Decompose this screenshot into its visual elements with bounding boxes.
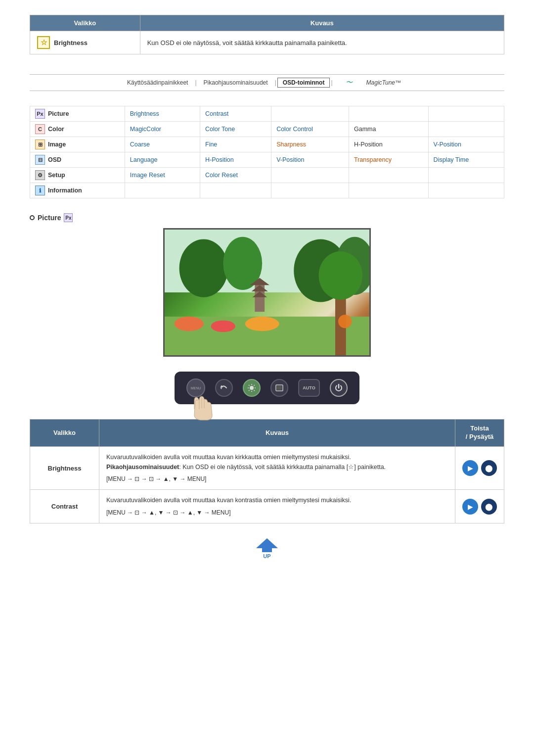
sub-brightness[interactable]: Brightness: [125, 106, 200, 122]
menu-item-picture[interactable]: Px Picture: [30, 106, 125, 122]
menu-item-information[interactable]: ℹ Information: [30, 183, 125, 198]
svg-point-10: [175, 317, 204, 331]
sub-fine[interactable]: Fine: [200, 137, 271, 152]
svg-point-1: [179, 239, 228, 297]
nav-bar: Käyttösäädinpainikkeet | Pikaohjausomina…: [30, 74, 504, 91]
osd-icon: ⊟: [35, 155, 45, 165]
stop-button-2[interactable]: ⬤: [481, 499, 497, 515]
sub-displaytime[interactable]: Display Time: [428, 152, 504, 168]
table-row: Px Picture Brightness Contrast: [30, 106, 504, 122]
setup-label: Setup: [48, 172, 65, 179]
picture-icon: Px: [35, 109, 45, 119]
sub-vposition[interactable]: V-Position: [428, 137, 504, 152]
table-row: Contrast Kuvaruutuvalikoiden avulla voit…: [30, 490, 504, 523]
svg-point-14: [318, 251, 362, 300]
picture-title: Picture Px: [30, 213, 504, 222]
svg-point-12: [245, 317, 279, 331]
color-label: Color: [48, 126, 64, 133]
top-simple-table: Valikko Kuvaus ☆ Brightness Kun OSD ei o…: [30, 15, 504, 54]
hand-pointer-icon: [190, 390, 218, 424]
menu-item-osd[interactable]: ⊟ OSD: [30, 152, 125, 168]
brand-label: MagicTune™: [360, 79, 407, 86]
table-row: ⚙ Setup Image Reset Color Reset: [30, 168, 504, 183]
sub-language[interactable]: Language: [125, 152, 200, 168]
stop-button[interactable]: ⬤: [481, 460, 497, 476]
menu-item-setup[interactable]: ⚙ Setup: [30, 168, 125, 183]
nav-sep2: |: [274, 79, 277, 86]
sub-hposition[interactable]: H-Position: [349, 137, 428, 152]
nav-item-pikaohjaus[interactable]: Pikaohjausominaisuudet: [198, 79, 274, 86]
up-label: UP: [263, 553, 270, 559]
sub-imagereset[interactable]: Image Reset: [125, 168, 200, 183]
brightness-button[interactable]: [243, 379, 261, 397]
top-table-row1-valikko: ☆ Brightness: [30, 31, 140, 54]
sub-empty6: [349, 168, 428, 183]
sub-osd-hpos[interactable]: H-Position: [200, 152, 271, 168]
menu-item-color[interactable]: C Color: [30, 122, 125, 137]
detail-contrast-desc: Kuvaruutuvalikoiden avulla voit muuttaa …: [99, 490, 455, 523]
picture-section-icon: Px: [64, 213, 73, 222]
top-table-header-valikko: Valikko: [30, 15, 140, 31]
sub-osd-vpos[interactable]: V-Position: [271, 152, 349, 168]
sub-empty7: [428, 168, 504, 183]
detail-contrast-actions: ▶ ⬤: [455, 490, 504, 523]
osd-menu-table: Px Picture Brightness Contrast C Color M…: [30, 106, 504, 198]
osd-label: OSD: [48, 156, 61, 163]
sub-magiccolor[interactable]: MagicColor: [125, 122, 200, 137]
svg-line-23: [254, 385, 255, 386]
power-button[interactable]: [330, 379, 348, 397]
sub-empty9: [200, 183, 271, 198]
table-row: ⊞ Image Coarse Fine Sharpness H-Position…: [30, 137, 504, 152]
input-button[interactable]: [270, 379, 288, 397]
svg-point-11: [211, 321, 235, 332]
info-icon: ℹ: [35, 186, 45, 195]
picture-circle-icon: [30, 215, 35, 220]
sub-empty8: [125, 183, 200, 198]
color-icon: C: [35, 124, 45, 134]
sun-icon: ☆: [37, 36, 50, 49]
sub-contrast[interactable]: Contrast: [200, 106, 271, 122]
detail-brightness-label: Brightness: [30, 446, 99, 490]
up-button[interactable]: UP: [256, 538, 278, 559]
sub-empty12: [428, 183, 504, 198]
table-row: ℹ Information: [30, 183, 504, 198]
sub-transparency[interactable]: Transparency: [349, 152, 428, 168]
play-button[interactable]: ▶: [462, 460, 478, 476]
picture-section-label: Picture: [38, 214, 61, 222]
back-button[interactable]: [215, 379, 233, 397]
nav-item-kayttosaadinpainikkeet[interactable]: Käyttösäädinpainikkeet: [121, 79, 194, 86]
picture-section: Picture Px: [30, 213, 504, 357]
sub-colorcontrol[interactable]: Color Control: [271, 122, 349, 137]
sub-empty4: [428, 122, 504, 137]
sub-empty1: [271, 106, 349, 122]
top-table-header-kuvaus: Kuvaus: [140, 15, 504, 31]
nav-sep3: |: [330, 79, 333, 86]
detail-contrast-label: Contrast: [30, 490, 99, 523]
sub-empty3: [428, 106, 504, 122]
remote-control-section: MENU: [30, 372, 504, 404]
sub-sharpness[interactable]: Sharpness: [271, 137, 349, 152]
auto-button[interactable]: AUTO: [298, 379, 320, 397]
svg-point-15: [338, 315, 352, 328]
up-button-section: UP: [30, 538, 504, 559]
nav-brand-magictune: 〜 MagicTune™: [334, 78, 413, 87]
svg-line-21: [249, 385, 250, 386]
detail-header-valikko: Valikko: [30, 420, 99, 447]
detail-brightness-desc: Kuvaruutuvalikoiden avulla voit muuttaa …: [99, 446, 455, 490]
picture-label: Picture: [48, 110, 69, 117]
picture-image: [163, 228, 371, 357]
sub-colortone[interactable]: Color Tone: [200, 122, 271, 137]
detail-header-kuvaus: Kuvaus: [99, 420, 455, 447]
play-button-2[interactable]: ▶: [462, 499, 478, 515]
svg-line-22: [254, 390, 255, 391]
nav-item-osd-active[interactable]: OSD-toiminnot: [277, 78, 330, 88]
sub-colorreset[interactable]: Color Reset: [200, 168, 271, 183]
sub-empty5: [271, 168, 349, 183]
menu-item-image[interactable]: ⊞ Image: [30, 137, 125, 152]
sub-coarse[interactable]: Coarse: [125, 137, 200, 152]
sub-empty2: [349, 106, 428, 122]
detail-table: Valikko Kuvaus Toista/ Pysäytä Brightnes…: [30, 419, 504, 523]
svg-point-16: [250, 386, 254, 390]
nav-sep1: |: [194, 79, 197, 86]
sub-gamma[interactable]: Gamma: [349, 122, 428, 137]
